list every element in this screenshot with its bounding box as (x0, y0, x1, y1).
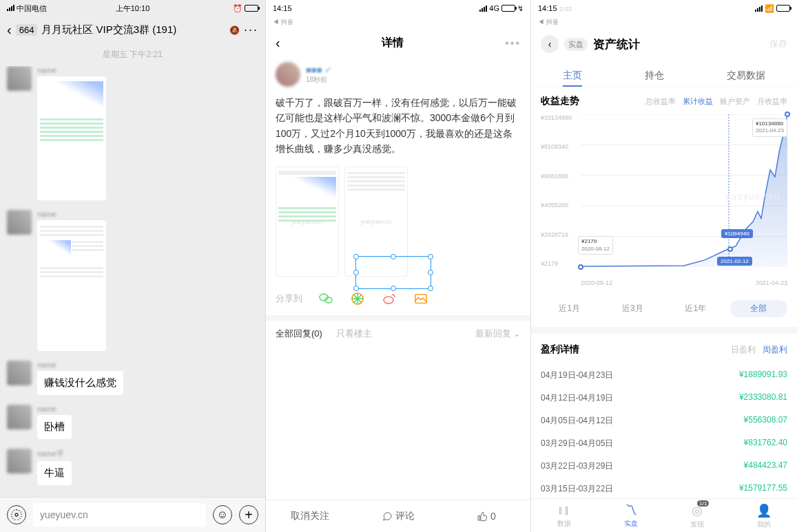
weibo-icon[interactable] (381, 290, 397, 307)
wifi-icon: 📶 (765, 4, 774, 13)
moments-icon[interactable] (349, 290, 366, 307)
subtab-asset[interactable]: 账户资产 (720, 96, 750, 107)
signal-icon (755, 6, 763, 12)
voice-icon[interactable] (7, 505, 26, 524)
profit-chart[interactable]: ¥10134880¥8108340¥6081800 ¥4055260¥20287… (541, 114, 787, 286)
tab-week-profit[interactable]: 周盈利 (763, 345, 787, 354)
chat-title: 月月玩社区 VIP交流3群 (191) (41, 23, 225, 36)
battery-icon (501, 5, 515, 12)
back-icon[interactable]: ‹ (276, 35, 280, 51)
main-tabs: 主页 持仓 交易数据 (531, 60, 797, 86)
status-bar: 14:15 4G ↯ (266, 0, 530, 17)
more-icon[interactable]: ··· (244, 23, 258, 37)
sort-dropdown[interactable]: 最新回复 ⌄ (475, 328, 521, 340)
tab-all-replies[interactable]: 全部回复(0) (276, 328, 322, 340)
period-1y[interactable]: 近1年 (667, 300, 725, 317)
comment-button[interactable]: 评论 (354, 500, 442, 532)
selection-box[interactable] (355, 256, 431, 289)
detail-header: ‹ 详情 ••• (266, 28, 530, 58)
post-time: 18秒前 (306, 75, 332, 85)
profit-row: 03月22日-03月29日¥484423.47 (541, 455, 787, 478)
y-axis: ¥10134880¥8108340¥6081800 ¥4055260¥20287… (541, 114, 572, 267)
avatar[interactable] (276, 62, 300, 87)
more-icon[interactable]: ••• (505, 37, 521, 50)
x-axis: 2020-08-122021-04-23 (581, 279, 787, 286)
message-text[interactable]: name赚钱没什么感觉 (7, 361, 258, 395)
period-all[interactable]: 全部 (730, 300, 788, 317)
profit-list[interactable]: 04月19日-04月23日¥1889091.9304月12日-04月19日¥23… (541, 364, 787, 498)
bottom-actions: 取消关注 评论 0 (266, 500, 530, 532)
profit-detail-card: 盈利详情 日盈利周盈利 04月19日-04月23日¥1889091.9304月1… (531, 334, 797, 498)
reply-list[interactable] (266, 347, 530, 500)
breadcrumb[interactable]: ◀ 抖音 (531, 17, 797, 28)
unfollow-button[interactable]: 取消关注 (266, 500, 354, 532)
bottom-nav: ⫾⫿数据 〽实盘 1/1◎发现 👤我的 (531, 498, 797, 532)
profit-row: 03月29日-04月05日¥831762.40 (541, 432, 787, 455)
back-icon[interactable]: ‹ (541, 35, 559, 53)
status-bar: 中国电信 上午10:10 ⏰ (0, 0, 265, 17)
svg-point-0 (15, 513, 18, 516)
person-icon: 👤 (731, 503, 798, 518)
wechat-icon[interactable] (318, 290, 334, 307)
candlestick-icon: ⫾⫿ (531, 503, 598, 518)
subtab-month-rate[interactable]: 月收益率 (757, 96, 787, 107)
avatar[interactable] (7, 66, 32, 91)
title-bar: ‹ 实盘 资产统计 保存 (531, 28, 797, 60)
tab-holdings[interactable]: 持仓 (645, 65, 664, 86)
nav-mine[interactable]: 👤我的 (731, 499, 798, 532)
image-thumbnail[interactable] (37, 76, 106, 200)
avatar[interactable] (7, 449, 32, 474)
subtab-total-rate[interactable]: 总收益率 (645, 96, 676, 107)
subtab-cum-profit[interactable]: 累计收益 (683, 96, 713, 107)
input-bar: yueyuev.cn ☺ + (0, 497, 265, 532)
breadcrumb[interactable]: ◀ 抖音 (266, 17, 530, 28)
message-text[interactable]: name卧槽 (7, 405, 258, 439)
period-selector: 近1月 近3月 近1年 全部 (531, 295, 797, 327)
message-text[interactable]: name平牛逼 (7, 449, 258, 485)
status-bar: 14:152:03 📶 (531, 0, 797, 17)
tab-home[interactable]: 主页 (563, 65, 582, 86)
period-3m[interactable]: 近3月 (604, 300, 662, 317)
battery-icon (776, 5, 790, 12)
image-icon[interactable] (413, 290, 429, 307)
nav-live[interactable]: 〽实盘 (598, 499, 665, 532)
tab-day-profit[interactable]: 日盈利 (731, 345, 756, 354)
timestamp: 星期五 下午2:21 (0, 43, 265, 66)
like-button[interactable]: 0 (442, 500, 530, 532)
page-title: 资产统计 (593, 36, 640, 52)
profit-row: 04月19日-04月23日¥1889091.93 (541, 364, 787, 387)
plus-icon[interactable]: + (239, 505, 258, 524)
avatar[interactable] (7, 210, 32, 235)
tab-trades[interactable]: 交易数据 (727, 65, 765, 86)
profit-row: 04月12日-04月19日¥2333080.81 (541, 387, 787, 409)
status-time: 14:15 (273, 4, 292, 12)
nav-data[interactable]: ⫾⫿数据 (531, 499, 598, 532)
post-text: 破千万了，跟破百万一样，没有任何感觉，以后万一能破亿可能也是这样心平气和波澜不惊… (266, 91, 530, 161)
unread-badge: 664 (16, 24, 38, 36)
save-button[interactable]: 保存 (769, 38, 787, 50)
author-name: ■■■ ✓ (306, 65, 332, 75)
chevron-down-icon: ⌄ (513, 328, 521, 339)
emoji-icon[interactable]: ☺ (213, 505, 232, 524)
alarm-icon: ⏰ (233, 4, 242, 13)
message-image[interactable]: name (7, 210, 258, 351)
back-icon[interactable]: ‹ (7, 22, 12, 38)
avatar[interactable] (7, 405, 32, 429)
post-image[interactable]: yueyuev.cn (276, 167, 339, 277)
status-time: 上午10:10 (116, 3, 150, 14)
chart-tooltip-end: ¥101348802021-04-23 (752, 118, 787, 137)
image-thumbnail[interactable] (37, 220, 106, 351)
battery-icon (245, 5, 258, 12)
message-list[interactable]: name name name赚钱没什么感觉 name卧槽 (0, 66, 265, 497)
author-row[interactable]: ■■■ ✓ 18秒前 (266, 58, 530, 91)
signal-icon (479, 6, 487, 12)
period-1m[interactable]: 近1月 (541, 300, 599, 317)
nav-discover[interactable]: 1/1◎发现 (664, 499, 731, 532)
mode-pill: 实盘 (564, 38, 588, 51)
message-image[interactable]: name (7, 66, 258, 200)
chat-header: ‹ 664 月月玩社区 VIP交流3群 (191) 🔕 ··· (0, 17, 265, 43)
avatar[interactable] (7, 361, 32, 385)
tab-owner-only[interactable]: 只看楼主 (336, 328, 372, 340)
text-input[interactable]: yueyuev.cn (33, 503, 206, 526)
chart-tooltip-start: ¥21792020-08-12 (578, 236, 613, 255)
